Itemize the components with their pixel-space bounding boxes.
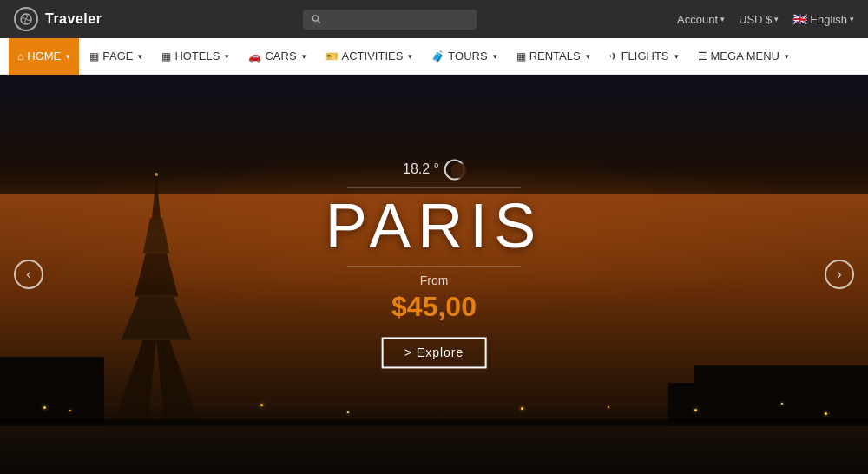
rentals-chevron: ▾ [586,52,590,61]
activities-chevron: ▾ [408,52,412,61]
nav-item-rentals[interactable]: ▦ RENTALS ▾ [508,38,599,75]
arrow-left-icon: ‹ [26,267,30,282]
nav-label-activities: ACTIVITIES [342,49,404,63]
nav-label-mega-menu: MEGA MENU [711,49,779,63]
hero-section: ‹ › 18.2 ° PARIS From $45,00 > Explore [0,75,868,474]
hotels-chevron: ▾ [225,52,229,61]
explore-label: > Explore [404,346,464,359]
cars-chevron: ▾ [302,52,306,61]
tours-icon: 🧳 [431,50,444,63]
top-bar: Traveler Account ▾ USD $ ▾ 🇬🇧 English ▾ [0,0,868,38]
flights-icon: ✈ [609,50,618,63]
tours-chevron: ▾ [493,52,497,61]
nav-label-flights: FLIGHTS [621,49,669,63]
currency-label: USD $ [739,13,772,26]
temperature-value: 18.2 ° [403,161,439,177]
logo-icon [14,7,38,31]
nav-bar: ⌂ HOME ▾ ▦ PAGE ▾ ▦ HOTELS ▾ 🚗 CARS ▾ 🎫 … [0,38,868,75]
rentals-icon: ▦ [516,50,526,63]
nav-item-mega-menu[interactable]: ☰ MEGA MENU ▾ [689,38,798,75]
weather-moon-icon [444,159,465,180]
hotels-icon: ▦ [161,50,171,63]
home-chevron: ▾ [66,52,70,61]
nav-item-activities[interactable]: 🎫 ACTIVITIES ▾ [317,38,422,75]
currency-menu[interactable]: USD $ ▾ [739,13,779,26]
top-bar-right: Account ▾ USD $ ▾ 🇬🇧 English ▾ [677,12,854,26]
nav-item-cars[interactable]: 🚗 CARS ▾ [240,38,314,75]
currency-chevron: ▾ [774,15,779,23]
svg-line-2 [318,21,320,23]
nav-item-home[interactable]: ⌂ HOME ▾ [9,38,79,75]
activities-icon: 🎫 [326,50,339,63]
bottom-divider [347,266,521,267]
carousel-next-button[interactable]: › [825,260,854,289]
svg-point-1 [312,16,318,21]
page-chevron: ▾ [138,52,142,61]
carousel-prev-button[interactable]: ‹ [14,260,43,289]
nav-label-rentals: RENTALS [529,49,581,63]
language-menu[interactable]: 🇬🇧 English ▾ [792,12,854,26]
nav-label-cars: CARS [265,49,296,63]
cars-icon: 🚗 [248,50,261,63]
nav-item-flights[interactable]: ✈ FLIGHTS ▾ [601,38,687,75]
mega-menu-chevron: ▾ [785,52,789,61]
language-chevron: ▾ [850,15,854,23]
page-icon: ▦ [89,50,99,63]
top-divider [347,187,521,188]
home-icon: ⌂ [17,50,23,63]
nav-label-page: PAGE [102,49,133,63]
language-label: English [810,13,847,26]
city-name: PARIS [326,194,543,257]
weather-info: 18.2 ° [326,159,543,180]
account-chevron: ▾ [720,15,725,23]
nav-label-hotels: HOTELS [174,49,220,63]
price-value: $45,00 [326,291,543,323]
search-input[interactable] [326,13,468,26]
nav-item-tours[interactable]: 🧳 TOURS ▾ [423,38,505,75]
search-icon [312,14,321,24]
nav-item-hotels[interactable]: ▦ HOTELS ▾ [153,38,238,75]
explore-button[interactable]: > Explore [382,337,487,368]
flights-chevron: ▾ [674,52,679,61]
logo-area: Traveler [14,7,102,31]
from-label: From [326,273,543,287]
hero-content: 18.2 ° PARIS From $45,00 > Explore [326,159,543,368]
logo-text: Traveler [45,11,102,27]
account-menu[interactable]: Account ▾ [677,13,725,26]
flag-icon: 🇬🇧 [792,12,807,26]
nav-label-home: HOME [27,49,61,63]
arrow-right-icon: › [837,267,841,282]
mega-menu-icon: ☰ [698,50,707,63]
nav-label-tours: TOURS [448,49,487,63]
search-bar[interactable] [303,10,477,30]
nav-item-page[interactable]: ▦ PAGE ▾ [81,38,151,75]
account-label: Account [677,13,718,26]
